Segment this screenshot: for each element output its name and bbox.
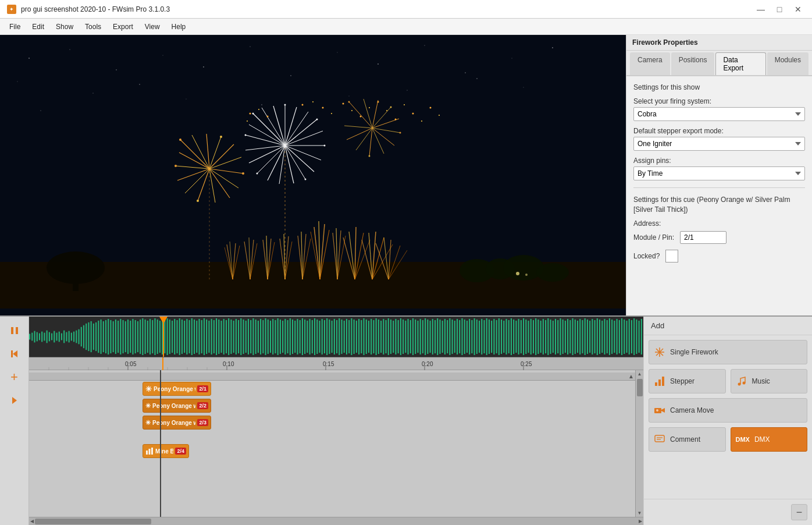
- maximize-button[interactable]: □: [772, 2, 786, 16]
- svg-rect-367: [521, 320, 522, 353]
- minimize-button[interactable]: —: [754, 2, 768, 16]
- svg-rect-284: [316, 320, 318, 354]
- svg-rect-266: [272, 319, 273, 354]
- svg-point-137: [390, 107, 392, 108]
- svg-point-11: [512, 58, 512, 59]
- svg-rect-394: [587, 320, 588, 354]
- locked-checkbox[interactable]: [665, 250, 678, 262]
- svg-rect-305: [368, 321, 369, 353]
- add-music-button[interactable]: Music: [731, 369, 808, 393]
- svg-rect-169: [34, 331, 35, 343]
- svg-point-120: [220, 136, 222, 138]
- add-single-firework-button[interactable]: Single Firework: [649, 340, 807, 364]
- track-item-3[interactable]: ✳ Peony Orange w/ Silver Palm [S 2/3: [143, 416, 211, 430]
- module-pin-input[interactable]: [680, 231, 726, 244]
- scroll-left-btn[interactable]: ◀: [30, 519, 34, 524]
- add-stepper-button[interactable]: Stepper: [649, 369, 726, 393]
- tab-positions[interactable]: Positions: [671, 52, 715, 75]
- svg-rect-271: [284, 319, 286, 354]
- svg-rect-383: [560, 318, 561, 355]
- svg-rect-237: [201, 320, 202, 353]
- track-item-1[interactable]: ✳ Peony Orange w/ Silver Palm 2/1: [143, 382, 211, 396]
- menu-show[interactable]: Show: [51, 21, 78, 33]
- assign-pins-field: Assign pins: By Time By Position Manual: [633, 157, 805, 180]
- skip-start-button[interactable]: [5, 345, 24, 363]
- svg-rect-331: [432, 319, 433, 354]
- svg-rect-264: [268, 320, 269, 354]
- navigate-right-button[interactable]: [5, 391, 24, 410]
- menu-export[interactable]: Export: [108, 21, 138, 33]
- menu-tools[interactable]: Tools: [80, 21, 106, 33]
- tab-modules[interactable]: Modules: [767, 52, 809, 75]
- add-cue-button[interactable]: +: [5, 368, 24, 386]
- remove-button[interactable]: −: [791, 504, 807, 520]
- svg-rect-412: [631, 320, 632, 353]
- add-dmx-button[interactable]: DMX DMX: [731, 427, 808, 452]
- svg-rect-171: [39, 334, 40, 340]
- scroll-down-btn[interactable]: ▼: [638, 510, 642, 516]
- scroll-thumb-vertical[interactable]: [637, 379, 643, 396]
- assign-pins-select[interactable]: By Time By Position Manual: [633, 166, 805, 180]
- scroll-right-btn[interactable]: ▶: [639, 519, 642, 524]
- menu-view[interactable]: View: [140, 21, 165, 33]
- scroll-up-btn[interactable]: ▲: [638, 371, 642, 377]
- svg-rect-212: [140, 320, 141, 354]
- svg-rect-376: [543, 319, 544, 354]
- track-badge-1: 2/1: [197, 385, 208, 392]
- svg-rect-404: [611, 320, 612, 354]
- svg-point-2: [116, 69, 116, 70]
- svg-rect-251: [236, 319, 237, 354]
- firing-system-select[interactable]: Cobra FireOne Pyrodigital: [633, 107, 805, 121]
- svg-rect-194: [95, 322, 97, 351]
- svg-line-105: [192, 135, 209, 169]
- svg-line-440: [660, 349, 663, 352]
- svg-point-450: [738, 383, 740, 386]
- stepper-export-select[interactable]: One Igniter Two Igniters: [633, 137, 805, 151]
- svg-rect-233: [191, 318, 193, 355]
- svg-rect-340: [454, 321, 455, 353]
- menu-edit[interactable]: Edit: [27, 21, 49, 33]
- svg-rect-411: [629, 319, 630, 354]
- track-gap: [29, 431, 635, 443]
- menu-file[interactable]: File: [5, 21, 25, 33]
- svg-rect-209: [132, 319, 133, 354]
- scroll-thumb-horizontal[interactable]: [35, 519, 151, 524]
- svg-rect-268: [277, 318, 279, 355]
- add-camera-move-button[interactable]: Camera Move: [649, 398, 807, 423]
- svg-rect-391: [579, 319, 580, 354]
- svg-rect-234: [194, 320, 195, 354]
- add-comment-button[interactable]: Comment: [649, 427, 726, 452]
- menu-help[interactable]: Help: [167, 21, 191, 33]
- tab-data-export[interactable]: Data Export: [715, 52, 765, 75]
- close-button[interactable]: ✕: [791, 2, 805, 16]
- svg-line-115: [185, 169, 209, 193]
- svg-line-77: [253, 113, 285, 146]
- track-item-2[interactable]: ✳ Peony Orange w/ Silver Palm [S 2/2: [143, 399, 211, 413]
- svg-rect-214: [145, 320, 146, 354]
- scroll-up-arrow[interactable]: ▲: [628, 373, 634, 379]
- svg-line-42: [266, 236, 268, 279]
- svg-line-65: [355, 233, 364, 279]
- props-content: Settings for this show Select your firin…: [626, 76, 812, 315]
- svg-line-70: [372, 237, 384, 279]
- music-icon: [736, 375, 747, 387]
- svg-point-148: [343, 103, 344, 105]
- svg-rect-197: [103, 321, 104, 352]
- playhead-triangle: [159, 317, 168, 324]
- svg-rect-272: [287, 320, 289, 353]
- svg-rect-259: [255, 320, 257, 354]
- tab-camera[interactable]: Camera: [630, 52, 670, 75]
- svg-rect-198: [105, 320, 106, 353]
- svg-point-142: [267, 116, 269, 118]
- track-item-4[interactable]: Mine B 2/4: [143, 444, 189, 458]
- svg-rect-170: [37, 332, 38, 342]
- pause-button[interactable]: [5, 321, 24, 340]
- svg-rect-294: [341, 320, 342, 354]
- svg-rect-223: [167, 318, 168, 355]
- single-firework-label: Single Firework: [670, 348, 718, 356]
- svg-rect-245: [220, 321, 222, 353]
- track-label-3: Peony Orange w/ Silver Palm [S: [152, 420, 195, 426]
- viewport-wrapper: [0, 35, 626, 315]
- svg-rect-406: [617, 319, 618, 354]
- firing-system-field: Select your firing system: Cobra FireOne…: [633, 97, 805, 121]
